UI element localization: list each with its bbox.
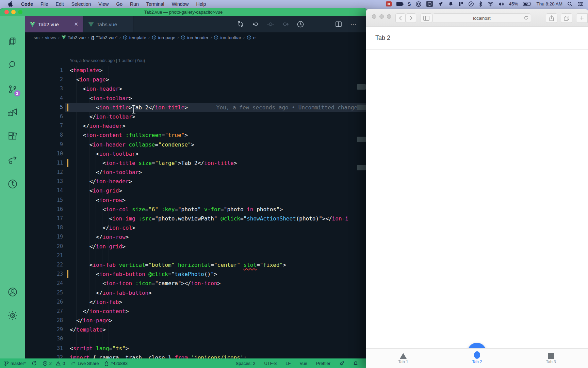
breadcrumb[interactable]: src›views›Tab2.vue›{}"Tab2.vue"›template…: [25, 32, 367, 43]
menubar-item-window[interactable]: Window: [168, 0, 193, 8]
back-button[interactable]: [395, 13, 406, 23]
search-icon[interactable]: [567, 1, 573, 7]
tab-tab2-vue[interactable]: Tab2.vue ✕: [25, 16, 83, 32]
menubar-item-code[interactable]: Code: [17, 0, 37, 8]
status-bar: master* 2 0 Live Share #42b883 Spaces: 2: [0, 358, 367, 368]
breadcrumb-item-e[interactable]: e: [247, 35, 256, 40]
breadcrumb-item-src[interactable]: src: [34, 35, 39, 40]
next-change-icon[interactable]: [282, 20, 289, 28]
menubar-item-file[interactable]: File: [37, 0, 52, 8]
line-number: 19: [25, 232, 63, 242]
share-icon[interactable]: [546, 13, 557, 23]
feedback-rocket-icon[interactable]: [339, 361, 344, 366]
breadcrumb-item-tab2vue[interactable]: {}"Tab2.vue": [91, 35, 117, 40]
breadcrumb-separator: ›: [119, 35, 121, 40]
zoom-window-button[interactable]: [387, 14, 391, 19]
menubar-item-terminal[interactable]: Terminal: [143, 0, 168, 8]
extensions-icon[interactable]: [7, 131, 18, 142]
forward-button[interactable]: [406, 13, 416, 23]
line-number: 31: [25, 344, 63, 353]
breadcrumb-item-ionheader[interactable]: ion-header: [181, 35, 208, 40]
record-icon[interactable]: [415, 1, 422, 7]
tab-overview-icon[interactable]: [561, 13, 572, 23]
close-window-button[interactable]: [4, 10, 9, 14]
vue-icon: [88, 22, 94, 27]
breadcrumb-item-tab2vue[interactable]: Tab2.vue: [62, 35, 86, 40]
menubar-item-help[interactable]: Help: [192, 0, 210, 8]
timeline-icon[interactable]: [297, 20, 304, 28]
search-icon[interactable]: [7, 59, 18, 71]
camera-icon[interactable]: [396, 1, 403, 7]
sync-icon[interactable]: [32, 361, 37, 366]
new-tab-button[interactable]: [576, 13, 588, 23]
address-bar[interactable]: localhost: [432, 13, 531, 23]
open-changes-icon[interactable]: [237, 20, 244, 28]
breadcrumb-separator: ›: [243, 35, 245, 40]
sidebar-toggle-icon[interactable]: [421, 13, 432, 23]
breadcrumb-item-views[interactable]: views: [45, 35, 56, 40]
minimize-window-button[interactable]: [11, 10, 16, 14]
line-number: 16: [25, 205, 63, 214]
git-branch-indicator[interactable]: master*: [4, 361, 26, 366]
line-number: 1: [25, 66, 63, 75]
control-center-icon[interactable]: [577, 1, 583, 7]
line-number: 25: [25, 288, 63, 297]
line-number: 32: [25, 353, 63, 358]
minimize-window-button[interactable]: [379, 14, 384, 19]
color-hash-indicator[interactable]: #42b883: [104, 361, 128, 366]
screen-capture-icon[interactable]: [426, 1, 433, 7]
split-editor-icon[interactable]: [335, 20, 342, 28]
current-change-icon[interactable]: [267, 20, 274, 28]
apple-menu[interactable]: [4, 0, 17, 8]
source-control-icon[interactable]: 2: [7, 83, 18, 95]
live-share-button[interactable]: Live Share: [71, 361, 99, 366]
breadcrumb-item-iontoolbar[interactable]: ion-toolbar: [214, 35, 241, 40]
notifications-bell-icon[interactable]: [353, 361, 358, 366]
tab-button-tab2[interactable]: Tab 2: [457, 349, 497, 368]
code-line-14: 14 <ion-grid>: [25, 186, 367, 195]
rocket-icon[interactable]: [438, 1, 443, 7]
s-app-icon[interactable]: S: [407, 1, 411, 7]
encoding-indicator[interactable]: UTF-8: [264, 361, 277, 366]
code-editor[interactable]: You, a few seconds ago | 1 author (You) …: [25, 43, 367, 358]
menubar-item-go[interactable]: Go: [112, 0, 126, 8]
eol-indicator[interactable]: LF: [285, 361, 291, 366]
safari-titlebar[interactable]: localhost: [366, 9, 588, 27]
line-number: 28: [25, 316, 63, 325]
menubar-item-view[interactable]: View: [95, 0, 112, 8]
film-icon[interactable]: [386, 1, 392, 7]
volume-icon[interactable]: [499, 1, 504, 7]
tab-button-tab1[interactable]: Tab 1: [383, 349, 424, 368]
problems-indicator[interactable]: 2 0: [43, 361, 65, 366]
indentation-indicator[interactable]: Spaces: 2: [236, 361, 256, 366]
formatter-indicator[interactable]: Prettier: [316, 361, 330, 366]
codelens-annotation[interactable]: You, a few seconds ago | 1 author (You): [70, 58, 145, 63]
tab-button-tab3[interactable]: Tab 3: [530, 349, 571, 368]
language-mode-indicator[interactable]: Vue: [299, 361, 307, 366]
run-debug-icon[interactable]: [7, 107, 18, 118]
bluetooth-icon[interactable]: [479, 1, 483, 7]
bell-icon[interactable]: [448, 1, 454, 7]
tab-tabs-vue[interactable]: Tabs.vue: [83, 16, 133, 32]
compass-icon[interactable]: [468, 1, 474, 7]
vscode-titlebar[interactable]: Tab2.vue — photo-gallery-capacitor-vue: [0, 8, 367, 16]
breadcrumb-item-ionpage[interactable]: ion-page: [152, 35, 176, 40]
close-tab-icon[interactable]: ✕: [74, 21, 78, 27]
tab-label: Tab2.vue: [38, 21, 59, 27]
menubar-item-edit[interactable]: Edit: [52, 0, 68, 8]
close-window-button[interactable]: [372, 14, 376, 19]
menubar-item-selection[interactable]: Selection: [68, 0, 95, 8]
explorer-icon[interactable]: [7, 36, 18, 47]
reload-icon[interactable]: [524, 15, 528, 21]
account-icon[interactable]: [7, 286, 18, 298]
breadcrumb-item-template[interactable]: template: [123, 35, 146, 40]
pause-icon[interactable]: [458, 1, 463, 7]
settings-gear-icon[interactable]: [7, 310, 18, 321]
menubar-item-run[interactable]: Run: [126, 0, 143, 8]
zoom-window-button[interactable]: [18, 10, 22, 14]
previous-change-icon[interactable]: [252, 20, 259, 28]
wifi-icon[interactable]: [487, 1, 494, 7]
live-share-icon[interactable]: [7, 154, 18, 166]
more-actions-icon[interactable]: ⋯: [350, 20, 357, 28]
timeline-icon[interactable]: [7, 178, 18, 190]
